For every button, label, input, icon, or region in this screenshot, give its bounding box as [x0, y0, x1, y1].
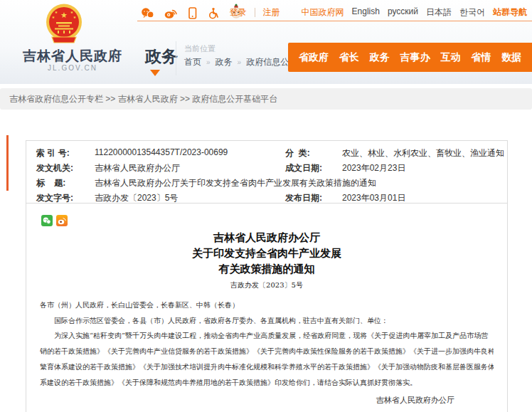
nav-item[interactable]: 数据 — [501, 51, 521, 64]
info-path-text: 吉林省政府信息公开专栏 >> 吉林省人民政府 >> 政府信息公开基础平台 — [9, 93, 277, 105]
svg-text:★: ★ — [70, 10, 74, 14]
topbar-link[interactable]: 站群导航 — [493, 6, 527, 19]
weibo-icon[interactable] — [164, 7, 178, 19]
index-number-value: 11220000013544357T/2023-00699 — [95, 147, 285, 157]
article-title-line: 吉林省人民政府办公厅 — [26, 230, 507, 245]
share-buttons — [41, 215, 507, 226]
issuer-label: 发文机关: — [36, 162, 95, 174]
nav-item[interactable]: 政务 — [370, 51, 390, 64]
utility-underline — [137, 21, 532, 21]
nav-item[interactable]: 互动 — [440, 51, 460, 64]
svg-text:★: ★ — [73, 15, 77, 19]
article-body: 各市（州）人民政府，长白山管委会，长春新区、中韩（长春） 国际合作示范区管委会，… — [40, 297, 494, 390]
document-meta-table: 索 引 号: 11220000013544357T/2023-00699 分 类… — [26, 140, 508, 211]
topbar-link[interactable]: 한국어 — [459, 6, 485, 19]
article-title-line: 有关政策措施的通知 — [26, 261, 507, 277]
doc-title-value: 吉林省人民政府办公厅关于印发支持全省肉牛产业发展有关政策措施的通知 — [95, 177, 507, 189]
info-path-bar: 吉林省政府信息公开专栏 >> 吉林省人民政府 >> 政府信息公开基础平台 — [0, 88, 532, 110]
topbar-link[interactable]: English — [352, 6, 380, 19]
article-body-line: 国际合作示范区管委会，各县（市）人民政府，省政府各厅委办、各直属机构，驻吉中直有… — [40, 313, 494, 329]
article-body-line: 系建设的若干政策措施》《关于保障和规范肉牛养殖用地的若干政策措施》印发给你们，请… — [40, 375, 494, 391]
doc-title-label: 标 题: — [36, 177, 95, 189]
weibo-share-icon[interactable] — [56, 215, 68, 226]
date-written-value: 2023年02月23日 — [342, 162, 507, 174]
vertical-divider — [176, 41, 176, 75]
breadcrumb-separator: » — [238, 58, 242, 66]
breadcrumb-label: 当前位置 — [184, 43, 216, 54]
article-content: 吉林省人民政府办公厅 关于印发支持全省肉牛产业发展 有关政策措施的通知 吉政办发… — [26, 203, 508, 412]
date-written-label: 成文日期: — [285, 162, 342, 174]
svg-text:★: ★ — [52, 15, 55, 19]
topbar-link[interactable]: 中国政府网 — [302, 6, 344, 19]
index-number-label: 索 引 号: — [36, 147, 95, 159]
national-emblem-logo: ★ ★ ★ ★ ★ — [44, 3, 84, 47]
category-label: 分 类: — [285, 147, 342, 159]
svg-text:★: ★ — [55, 10, 58, 14]
meta-row-issuer-date: 发文机关: 吉林省人民政府办公厅 成文日期: 2023年02月23日 — [26, 161, 507, 176]
page: ★ ★ ★ ★ ★ 吉林省人民政府 JL.GOV.CN 政务 当前位置 首页 » — [0, 0, 532, 412]
article-body-line: 繁育体系建设的若干政策措施》《关于加强技术培训提升肉牛标准化规模和科学养殖水平的… — [40, 359, 494, 375]
svg-text:★: ★ — [60, 11, 68, 19]
nav-item[interactable]: 省政府 — [299, 51, 329, 64]
category-value: 农业、林业、水利农业、畜牧业、渔业通知 — [342, 147, 507, 159]
main-nav: 省政府 省长 政务 吉事办 互动 省情 数据 — [288, 43, 532, 72]
wechat-share-icon[interactable] — [41, 215, 53, 226]
mobile-icon[interactable] — [187, 7, 198, 19]
meta-row-index-category: 索 引 号: 11220000013544357T/2023-00699 分 类… — [26, 146, 507, 161]
left-accent-bar — [6, 135, 9, 191]
breadcrumb: 首页 » 政务 » 政府信息公开 » — [184, 56, 297, 68]
article-title: 吉林省人民政府办公厅 关于印发支持全省肉牛产业发展 有关政策措施的通知 — [26, 230, 507, 277]
issuer-value: 吉林省人民政府办公厅 — [95, 162, 285, 174]
signature-org: 吉林省人民政府办公厅 — [26, 393, 454, 408]
utility-icons — [141, 4, 243, 19]
register-link[interactable]: 注册 — [263, 6, 280, 19]
article-body-line: 为深入实施“秸秆变肉”暨千万头肉牛建设工程，推动全省肉牛产业高质量发展，经省政府… — [40, 328, 494, 344]
accessibility-icon[interactable] — [207, 7, 220, 19]
article-body-line: 各市（州）人民政府，长白山管委会，长春新区、中韩（长春） — [40, 297, 494, 313]
utility-links: 登录 注册 中国政府网 English русский 日本語 한국어 站群导航 — [230, 6, 527, 19]
lang-links: 中国政府网 English русский 日本語 한국어 站群导航 — [302, 6, 527, 19]
site-name: 吉林省人民政府 — [13, 47, 132, 65]
article-body-line: 销的若干政策措施》《关于完善肉牛产业信贷服务的若干政策措施》《关于完善肉牛政策性… — [40, 344, 494, 359]
article-doc-number: 吉政办发〔2023〕5号 — [26, 280, 507, 290]
triangle-down-icon — [150, 70, 160, 76]
breadcrumb-separator: » — [206, 58, 211, 66]
nav-item[interactable]: 省情 — [471, 51, 491, 64]
wechat-icon[interactable] — [141, 7, 154, 19]
article-title-line: 关于印发支持全省肉牛产业发展 — [26, 245, 507, 261]
meta-row-title: 标 题: 吉林省人民政府办公厅关于印发支持全省肉牛产业发展有关政策措施的通知 — [26, 176, 507, 191]
topbar-link[interactable]: 日本語 — [426, 6, 452, 19]
topbar-link[interactable]: русский — [388, 6, 418, 19]
breadcrumb-link[interactable]: 政务 » — [216, 56, 242, 68]
section-title-zhengwu: 政务 — [145, 46, 178, 68]
nav-item[interactable]: 吉事办 — [400, 51, 430, 64]
login-link[interactable]: 登录 — [230, 6, 247, 19]
breadcrumb-link[interactable]: 首页 » — [184, 56, 211, 68]
login-divider — [255, 8, 255, 17]
site-header: ★ ★ ★ ★ ★ 吉林省人民政府 JL.GOV.CN 政务 当前位置 首页 » — [0, 0, 532, 84]
nav-item[interactable]: 省长 — [339, 51, 359, 64]
site-domain: JL.GOV.CN — [13, 64, 132, 72]
